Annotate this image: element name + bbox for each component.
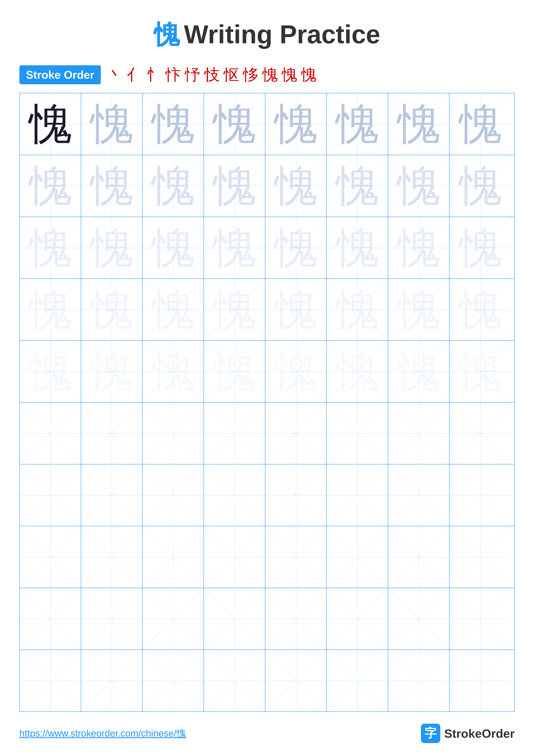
grid-cell-6-3[interactable] [142, 403, 204, 464]
grid-cell-2-2[interactable]: 愧 [81, 155, 142, 217]
grid-cell-10-1[interactable] [20, 650, 81, 712]
svg-line-109 [388, 464, 449, 526]
grid-cell-3-7[interactable]: 愧 [388, 217, 449, 279]
grid-cell-3-8[interactable]: 愧 [449, 217, 511, 279]
grid-cell-2-6[interactable]: 愧 [327, 155, 388, 217]
writing-grid: 愧 愧 愧 愧 愧 愧 愧 愧 [19, 93, 515, 712]
grid-cell-5-2[interactable]: 愧 [81, 341, 142, 402]
grid-cell-4-8[interactable]: 愧 [449, 279, 511, 340]
grid-cell-8-6[interactable] [327, 526, 388, 588]
grid-cell-6-5[interactable] [266, 403, 327, 464]
grid-cell-7-8[interactable] [449, 464, 511, 526]
grid-cell-2-7[interactable]: 愧 [388, 155, 449, 217]
grid-cell-8-4[interactable] [204, 526, 266, 588]
grid-row-1: 愧 愧 愧 愧 愧 愧 愧 愧 [20, 93, 514, 155]
grid-cell-7-5[interactable] [266, 464, 327, 526]
grid-cell-3-2[interactable]: 愧 [81, 217, 142, 279]
grid-cell-1-6[interactable]: 愧 [327, 93, 388, 155]
practice-char: 愧 [81, 217, 142, 279]
grid-cell-3-6[interactable]: 愧 [327, 217, 388, 279]
grid-cell-5-8[interactable]: 愧 [449, 341, 511, 402]
stroke-sequence: 丶 亻 忄 忭 忬 忮 怄 恀 愧 愧 愧 [107, 67, 317, 83]
grid-cell-3-3[interactable]: 愧 [142, 217, 204, 279]
svg-line-110 [449, 464, 511, 526]
svg-line-108 [388, 464, 449, 526]
grid-cell-9-8[interactable] [449, 588, 511, 650]
svg-line-89 [266, 403, 326, 464]
grid-cell-7-3[interactable] [142, 464, 204, 526]
grid-cell-3-5[interactable]: 愧 [266, 217, 327, 279]
svg-line-102 [204, 464, 265, 526]
practice-char: 愧 [388, 341, 449, 402]
grid-cell-8-7[interactable] [388, 526, 449, 588]
grid-cell-1-1[interactable]: 愧 [20, 93, 81, 155]
grid-cell-9-5[interactable] [266, 588, 327, 650]
grid-cell-5-7[interactable]: 愧 [388, 341, 449, 402]
grid-cell-1-2[interactable]: 愧 [81, 93, 142, 155]
grid-cell-1-7[interactable]: 愧 [388, 93, 449, 155]
svg-line-153 [266, 650, 326, 711]
grid-cell-7-4[interactable] [204, 464, 266, 526]
grid-cell-4-3[interactable]: 愧 [142, 279, 204, 340]
grid-cell-10-7[interactable] [388, 650, 449, 712]
grid-cell-1-4[interactable]: 愧 [204, 93, 266, 155]
grid-cell-3-4[interactable]: 愧 [204, 217, 266, 279]
grid-cell-7-6[interactable] [327, 464, 388, 526]
practice-char: 愧 [388, 93, 449, 155]
grid-cell-2-4[interactable]: 愧 [204, 155, 266, 217]
grid-cell-8-1[interactable] [20, 526, 81, 588]
grid-cell-4-5[interactable]: 愧 [266, 279, 327, 340]
grid-cell-8-8[interactable] [449, 526, 511, 588]
grid-cell-4-1[interactable]: 愧 [20, 279, 81, 340]
title-chinese-char: 愧 [154, 20, 180, 49]
grid-cell-9-6[interactable] [327, 588, 388, 650]
grid-cell-2-3[interactable]: 愧 [142, 155, 204, 217]
practice-char: 愧 [327, 93, 388, 155]
grid-cell-10-4[interactable] [204, 650, 266, 712]
brand-label: StrokeOrder [444, 726, 515, 741]
grid-cell-9-3[interactable] [142, 588, 204, 650]
grid-cell-6-8[interactable] [449, 403, 511, 464]
grid-cell-9-2[interactable] [81, 588, 142, 650]
grid-cell-4-2[interactable]: 愧 [81, 279, 142, 340]
grid-cell-6-1[interactable] [20, 403, 81, 464]
grid-cell-1-3[interactable]: 愧 [142, 93, 204, 155]
grid-cell-6-6[interactable] [327, 403, 388, 464]
grid-cell-6-2[interactable] [81, 403, 142, 464]
grid-cell-8-2[interactable] [81, 526, 142, 588]
grid-cell-7-7[interactable] [388, 464, 449, 526]
grid-cell-6-7[interactable] [388, 403, 449, 464]
grid-cell-1-5[interactable]: 愧 [266, 93, 327, 155]
grid-cell-5-1[interactable]: 愧 [20, 341, 81, 402]
grid-cell-2-5[interactable]: 愧 [266, 155, 327, 217]
grid-cell-3-1[interactable]: 愧 [20, 217, 81, 279]
grid-cell-10-2[interactable] [81, 650, 142, 712]
grid-cell-8-5[interactable] [266, 526, 327, 588]
grid-cell-1-8[interactable]: 愧 [449, 93, 511, 155]
grid-cell-2-1[interactable]: 愧 [20, 155, 81, 217]
grid-cell-4-7[interactable]: 愧 [388, 279, 449, 340]
grid-cell-5-5[interactable]: 愧 [266, 341, 327, 402]
grid-cell-4-6[interactable]: 愧 [327, 279, 388, 340]
practice-char: 愧 [204, 217, 265, 279]
grid-cell-9-1[interactable] [20, 588, 81, 650]
grid-cell-5-3[interactable]: 愧 [142, 341, 204, 402]
grid-cell-4-4[interactable]: 愧 [204, 279, 266, 340]
grid-cell-10-8[interactable] [449, 650, 511, 712]
grid-cell-5-4[interactable]: 愧 [204, 341, 266, 402]
grid-cell-10-6[interactable] [327, 650, 388, 712]
grid-cell-9-4[interactable] [204, 588, 266, 650]
grid-cell-7-1[interactable] [20, 464, 81, 526]
grid-cell-10-5[interactable] [266, 650, 327, 712]
grid-cell-2-8[interactable]: 愧 [449, 155, 511, 217]
grid-cell-5-6[interactable]: 愧 [327, 341, 388, 402]
grid-cell-9-7[interactable] [388, 588, 449, 650]
grid-cell-6-4[interactable] [204, 403, 266, 464]
grid-cell-8-3[interactable] [142, 526, 204, 588]
grid-cell-7-2[interactable] [81, 464, 142, 526]
grid-cell-10-3[interactable] [142, 650, 204, 712]
svg-line-107 [327, 464, 388, 526]
svg-line-86 [204, 403, 265, 464]
footer-url-link[interactable]: https://www.strokeorder.com/chinese/愧 [19, 727, 186, 740]
practice-char: 愧 [327, 217, 388, 279]
